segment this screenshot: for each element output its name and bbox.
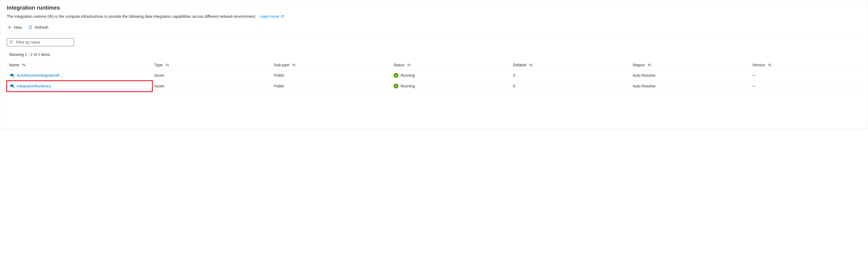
page-title: Integration runtimes [7, 5, 861, 11]
col-header-name-label: Name [9, 63, 19, 67]
learn-more-label: Learn more [259, 14, 279, 19]
new-button-label: New [14, 25, 22, 30]
runtime-name-link[interactable]: AutoResolveIntegrationR... [17, 73, 63, 77]
status-running-icon [394, 84, 399, 89]
cell-status: Running [391, 70, 511, 81]
table-row: integrationRuntime1AzurePublicRunning0Au… [7, 81, 861, 92]
cell-region: Auto Resolve [630, 81, 750, 92]
sort-icon [768, 63, 772, 67]
filter-container[interactable] [7, 38, 74, 46]
table-row: AutoResolveIntegrationR...AzurePublicRun… [7, 70, 861, 81]
col-header-type-label: Type [154, 63, 163, 67]
col-header-name[interactable]: Name [7, 60, 152, 70]
table-header-row: Name Type Sub-type [7, 60, 861, 70]
plus-icon [7, 25, 12, 30]
col-header-version[interactable]: Version [750, 60, 861, 70]
integration-runtime-icon [9, 84, 14, 89]
sort-icon [292, 63, 296, 67]
cell-name: AutoResolveIntegrationR... [7, 70, 152, 81]
toolbar: New Refresh [7, 24, 861, 34]
integration-runtime-icon [9, 73, 14, 78]
sort-icon [529, 63, 533, 67]
refresh-button-label: Refresh [35, 25, 48, 30]
col-header-version-label: Version [752, 63, 765, 67]
cell-related: 0 [511, 81, 630, 92]
col-header-region[interactable]: Region [630, 60, 750, 70]
status-text: Running [401, 73, 415, 77]
external-link-icon [281, 15, 284, 18]
col-header-type[interactable]: Type [152, 60, 272, 70]
cell-name: integrationRuntime1 [7, 81, 152, 92]
refresh-button[interactable]: Refresh [28, 24, 49, 31]
status-text: Running [401, 84, 415, 88]
col-header-region-label: Region [633, 63, 645, 67]
filter-input[interactable] [16, 40, 71, 45]
cell-subtype: Public [272, 70, 391, 81]
cell-type: Azure [152, 81, 272, 92]
cell-version: --- [750, 70, 861, 81]
sort-icon [407, 63, 411, 67]
cell-related: 0 [511, 70, 630, 81]
cell-region: Auto Resolve [630, 70, 750, 81]
sort-icon [648, 63, 651, 67]
cell-subtype: Public [272, 81, 391, 92]
filter-icon [9, 40, 13, 44]
cell-status: Running [391, 81, 511, 92]
integration-runtimes-panel: Integration runtimes The integration run… [0, 0, 868, 129]
page-description: The integration runtime (IR) is the comp… [7, 14, 861, 19]
page-description-text: The integration runtime (IR) is the comp… [7, 14, 256, 19]
cell-version: --- [750, 81, 861, 92]
runtimes-table: Name Type Sub-type [7, 60, 861, 92]
learn-more-link[interactable]: Learn more [259, 14, 284, 19]
sort-icon [165, 63, 169, 67]
result-count: Showing 1 - 2 of 2 items [9, 52, 861, 57]
cell-type: Azure [152, 70, 272, 81]
table-body: AutoResolveIntegrationR...AzurePublicRun… [7, 70, 861, 92]
refresh-icon [28, 25, 33, 30]
sort-icon [22, 63, 26, 67]
col-header-status[interactable]: Status [391, 60, 511, 70]
status-running-icon [394, 73, 399, 78]
col-header-subtype-label: Sub-type [274, 63, 289, 67]
col-header-related[interactable]: Related [511, 60, 630, 70]
col-header-subtype[interactable]: Sub-type [272, 60, 391, 70]
col-header-status-label: Status [394, 63, 405, 67]
col-header-related-label: Related [513, 63, 526, 67]
runtime-name-link[interactable]: integrationRuntime1 [17, 84, 51, 88]
new-button[interactable]: New [7, 24, 22, 31]
